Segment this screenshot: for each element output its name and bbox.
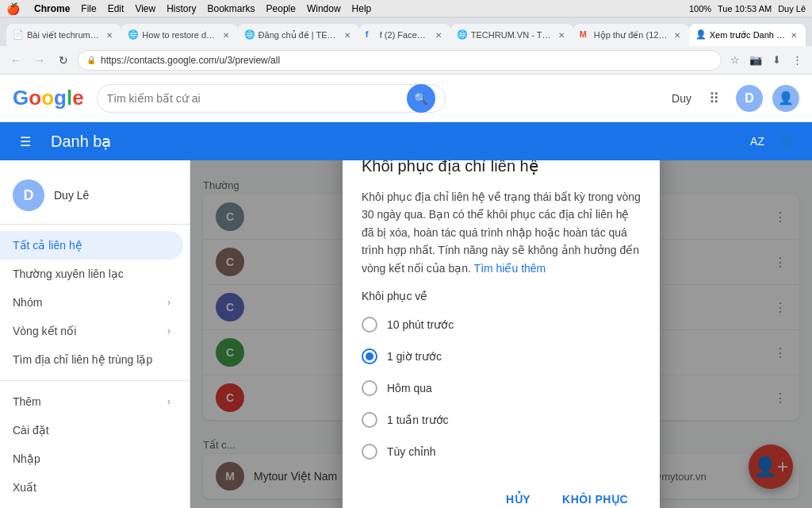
radio-item-custom[interactable]: Tùy chỉnh [362, 436, 641, 468]
tab-title-7: Xem trước Danh ba... [710, 30, 785, 40]
cancel-button[interactable]: HỦY [493, 487, 543, 508]
tab-close-6[interactable]: ✕ [672, 29, 683, 40]
user-avatar-photo[interactable]: 👤 [772, 85, 799, 112]
back-button[interactable]: ← [6, 51, 25, 70]
tab-close-1[interactable]: ✕ [104, 29, 115, 40]
menu-edit[interactable]: Edit [108, 3, 124, 14]
sidebar-item-import[interactable]: Nhập [0, 444, 183, 473]
menu-file[interactable]: File [81, 3, 96, 14]
tab-3[interactable]: 🌐 Đăng chủ đề | TECH... ✕ [238, 24, 359, 46]
sidebar-user-name: Duy Lê [54, 189, 89, 202]
search-box: 🔍 [97, 84, 446, 113]
google-logo: Google [13, 86, 84, 110]
sidebar-item-export[interactable]: Xuất [0, 473, 183, 502]
tab-6[interactable]: M Hộp thư đến (12) - ... ✕ [573, 24, 689, 46]
logo-g2: g [54, 86, 67, 110]
contacts-body: D Duy Lê Tất cả liên hệ Thường xuyên liê… [0, 160, 812, 508]
sidebar-user: D Duy Lê [0, 173, 190, 225]
sidebar-label-groups: Nhóm [13, 296, 42, 309]
modal-learn-more-link[interactable]: Tìm hiểu thêm [474, 262, 546, 275]
sidebar-item-frequent[interactable]: Thường xuyên liên lạc [0, 260, 183, 288]
menu-people[interactable]: People [266, 3, 296, 14]
tab-favicon-2: 🌐 [128, 29, 139, 40]
tab-close-2[interactable]: ✕ [220, 29, 232, 40]
search-input[interactable] [107, 92, 400, 105]
tab-close-4[interactable]: ✕ [433, 29, 444, 40]
logo-g: G [13, 86, 29, 110]
tab-7[interactable]: 👤 Xem trước Danh ba... ✕ [689, 24, 806, 46]
user-name-menubar: Duy Lê [778, 4, 806, 13]
menu-history[interactable]: History [167, 3, 196, 14]
hamburger-icon[interactable]: ☰ [13, 129, 38, 154]
logo-e: e [72, 86, 83, 110]
radio-item-1hour[interactable]: 1 giờ trước [362, 341, 641, 372]
sidebar: D Duy Lê Tất cả liên hệ Thường xuyên liê… [0, 160, 190, 508]
radio-circle-1week [362, 412, 377, 428]
bookmark-star-icon[interactable]: ☆ [726, 52, 744, 69]
tab-title-2: How to restore dele... [142, 30, 216, 40]
user-avatar[interactable]: D [736, 85, 763, 112]
restore-button[interactable]: KHÔI PHỤC [550, 487, 641, 508]
sidebar-item-circles[interactable]: Vòng kết nối › [0, 317, 183, 345]
battery-indicator: 100% [689, 4, 711, 13]
header-right: Duy ⠿ D 👤 [672, 85, 799, 112]
modal-body: Khôi phục địa chỉ liên hệ về trạng thái … [362, 188, 641, 277]
topbar-profile-icon[interactable]: 👤 [774, 129, 799, 154]
address-input[interactable]: 🔒 https://contacts.google.com/u/3/previe… [78, 50, 722, 71]
forward-button[interactable]: → [30, 51, 49, 70]
menu-icon[interactable]: ⋮ [788, 52, 806, 69]
radio-item-1week[interactable]: 1 tuần trước [362, 404, 641, 436]
radio-item-10min[interactable]: 10 phút trước [362, 309, 641, 341]
tab-close-7[interactable]: ✕ [788, 29, 799, 40]
tab-4[interactable]: f f (2) Facebook ✕ [359, 24, 450, 46]
radio-label-custom: Tùy chỉnh [387, 445, 436, 458]
sidebar-item-all-contacts[interactable]: Tất cả liên hệ [0, 231, 183, 260]
contacts-topbar-right: AZ 👤 [750, 129, 799, 154]
screenshot-icon[interactable]: 📷 [747, 52, 764, 69]
sidebar-item-groups[interactable]: Nhóm › [0, 288, 183, 317]
menu-chrome[interactable]: Chrome [34, 3, 70, 14]
radio-item-yesterday[interactable]: Hôm qua [362, 372, 641, 404]
sidebar-label-import: Nhập [13, 452, 40, 465]
header-user-name: Duy [672, 92, 691, 105]
tab-5[interactable]: 🌐 TECHRUM.VN - TEC... ✕ [450, 24, 573, 46]
download-icon[interactable]: ⬇ [768, 52, 785, 69]
tab-1[interactable]: 📄 Bài viết techrum.vn... ✕ [6, 24, 121, 46]
tab-title-5: TECHRUM.VN - TEC... [471, 30, 553, 40]
lock-icon: 🔒 [86, 56, 96, 64]
sidebar-item-more[interactable]: Thêm › [0, 387, 183, 416]
menu-window[interactable]: Window [307, 3, 341, 14]
sidebar-label-export: Xuất [13, 481, 36, 494]
sidebar-label-all: Tất cả liên hệ [13, 239, 82, 252]
sidebar-item-print[interactable]: In [0, 502, 183, 508]
sidebar-label-frequent: Thường xuyên liên lạc [13, 267, 124, 280]
modal-title: Khôi phục địa chỉ liên hệ [362, 160, 641, 175]
tab-2[interactable]: 🌐 How to restore dele... ✕ [121, 24, 237, 46]
sidebar-item-settings[interactable]: Cài đặt [0, 416, 183, 444]
contacts-app: ☰ Danh bạ AZ 👤 D Duy Lê Tất cả liên hệ T… [0, 122, 812, 508]
sidebar-item-duplicates[interactable]: Tìm địa chỉ liên hệ trùng lặp [0, 345, 183, 374]
contacts-topbar: ☰ Danh bạ AZ 👤 [0, 122, 812, 160]
menu-help[interactable]: Help [352, 3, 372, 14]
sidebar-label-more: Thêm [13, 395, 41, 408]
refresh-button[interactable]: ↻ [54, 51, 73, 70]
menu-view[interactable]: View [135, 3, 155, 14]
tab-close-3[interactable]: ✕ [342, 29, 353, 40]
apple-icon[interactable]: 🍎 [6, 2, 20, 15]
tab-title-1: Bài viết techrum.vn... [27, 30, 101, 40]
radio-label-10min: 10 phút trước [387, 318, 454, 331]
tab-title-3: Đăng chủ đề | TECH... [259, 30, 339, 40]
radio-group: 10 phút trước 1 giờ trước Hôm qua [362, 309, 641, 468]
radio-label-1hour: 1 giờ trước [387, 350, 442, 363]
search-button[interactable]: 🔍 [407, 84, 435, 113]
tab-favicon-1: 📄 [13, 29, 24, 40]
apps-icon[interactable]: ⠿ [701, 86, 726, 111]
radio-circle-yesterday [362, 380, 377, 396]
tab-favicon-4: f [366, 29, 377, 40]
tab-favicon-5: 🌐 [457, 29, 468, 40]
main-content: Thường C ⋮ C ⋮ C ⋮ [190, 160, 812, 508]
tab-close-5[interactable]: ✕ [556, 29, 567, 40]
menu-bookmarks[interactable]: Bookmarks [208, 3, 255, 14]
modal-overlay: Khôi phục địa chỉ liên hệ Khôi phục địa … [190, 160, 812, 508]
chevron-icon-more: › [167, 396, 170, 407]
